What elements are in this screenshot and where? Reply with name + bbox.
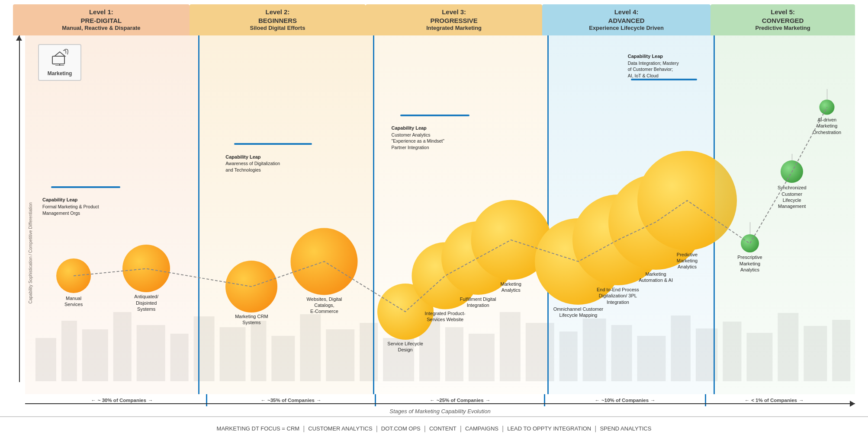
arrow-section-4: ← ~10% of Companies → bbox=[545, 394, 706, 406]
marketing-icon bbox=[50, 48, 70, 69]
level1-name: PRE-DIGITAL bbox=[17, 16, 185, 25]
arrow-row: ← ~ 30% of Companies → ← ~35% of Compani… bbox=[13, 394, 855, 406]
bubble-label-l4-4: PredictiveMarketingAnalytics bbox=[657, 252, 717, 270]
bubble-label-l5-2: SynchronizedCustomerLifecycleManagement bbox=[764, 185, 820, 209]
level4-number: Level 4: bbox=[547, 8, 706, 16]
pct-label-2: ~35% of Companies bbox=[267, 398, 315, 403]
level-header-3: Level 3: PROGRESSIVE Integrated Marketin… bbox=[366, 4, 542, 35]
bottom-item-5: LEAD TO OPPTY INTEGRATION bbox=[507, 425, 591, 432]
level2-subtitle: Siloed Digital Efforts bbox=[194, 25, 362, 32]
level5-number: Level 5: bbox=[715, 8, 851, 16]
bubble-label-l2-2: Websites, DigitalCatalogs,E-Commerce bbox=[296, 296, 352, 315]
level-headers: Level 1: PRE-DIGITAL Manual, Reactive & … bbox=[13, 4, 855, 35]
bottom-item-4: CAMPAIGNS bbox=[465, 425, 498, 432]
pct-label-3: ~25% of Companies bbox=[437, 398, 484, 403]
arrow-section-3: ← ~25% of Companies → bbox=[376, 394, 545, 406]
level3-subtitle: Integrated Marketing bbox=[370, 25, 538, 32]
bottom-item-1: CUSTOMER ANALYTICS bbox=[308, 425, 372, 432]
main-container: Level 1: PRE-DIGITAL Manual, Reactive & … bbox=[0, 0, 868, 440]
level1-subtitle: Manual, Reactive & Disparate bbox=[17, 25, 185, 32]
level5-subtitle: Predictive Marketing bbox=[715, 25, 851, 32]
level-header-1: Level 1: PRE-DIGITAL Manual, Reactive & … bbox=[13, 4, 190, 35]
svg-marker-31 bbox=[55, 52, 65, 56]
bubble-l2-1 bbox=[225, 261, 277, 312]
x-axis-arrow bbox=[850, 401, 855, 407]
svg-rect-30 bbox=[52, 56, 64, 64]
bottom-item-0: MARKETING DT FOCUS = CRM bbox=[217, 425, 300, 432]
bubble-label-l1-1: Manual Services bbox=[56, 295, 91, 308]
level5-name: CONVERGED bbox=[715, 16, 851, 25]
bubble-label-l5-1: PrescriptiveMarketingAnalytics bbox=[726, 254, 774, 273]
bottom-bar: MARKETING DT FOCUS = CRM | CUSTOMER ANAL… bbox=[0, 416, 868, 440]
bubble-l1-2 bbox=[122, 245, 170, 292]
bubble-label-l3-2: Integrated Product-Services Website bbox=[417, 310, 473, 323]
levels-container: Marketing Capability Leap Formal Marketi… bbox=[25, 35, 855, 394]
bubble-l5-2 bbox=[781, 160, 803, 183]
bubble-label-l3-3: Fulfillment DigitalIntegration bbox=[450, 296, 506, 309]
cap-leap-text-3: Capability Leap Customer Analytics"Exper… bbox=[392, 125, 530, 150]
bubble-l1-1 bbox=[56, 258, 91, 293]
level-header-4: Level 4: ADVANCED Experience Lifecycle D… bbox=[542, 4, 710, 35]
cap-leap-text-1: Capability Leap Formal Marketing & Produ… bbox=[42, 197, 181, 216]
marketing-label: Marketing bbox=[48, 70, 72, 77]
level3-name: PROGRESSIVE bbox=[370, 16, 538, 25]
level1-title: Level 1: bbox=[17, 8, 185, 16]
bubble-label-l4-3: MarketingAutomation & AI bbox=[626, 271, 686, 284]
cap-leap-bar-1 bbox=[51, 186, 120, 188]
level4-name: ADVANCED bbox=[547, 16, 706, 25]
level-section-2: Capability Leap Awareness of Digitalizat… bbox=[199, 35, 374, 394]
bubble-label-l5-3: AI-drivenMarketingOrchestration bbox=[803, 117, 851, 135]
cap-leap-bar-3 bbox=[400, 115, 469, 116]
y-axis-line bbox=[19, 35, 20, 382]
level2-name: BEGINNERS bbox=[194, 16, 362, 25]
chart-area: Level 1: PRE-DIGITAL Manual, Reactive & … bbox=[0, 0, 868, 416]
bottom-item-3: CONTENT bbox=[429, 425, 457, 432]
bubble-label-l3-1: Service LifecycleDesign bbox=[382, 341, 429, 353]
level-section-4: Capability Leap Data Integration; Master… bbox=[549, 35, 715, 394]
level4-subtitle: Experience Lifecycle Driven bbox=[547, 25, 706, 32]
x-axis-label: Stages of Marketing Capability Evolution bbox=[25, 406, 855, 416]
level3-number: Level 3: bbox=[370, 8, 538, 16]
bubble-label-l4-2: End to-End ProcessDigitalization/ 3PLInt… bbox=[585, 287, 650, 305]
bubble-label-l1-2: Antiquated/DisjointedSystems bbox=[125, 293, 168, 312]
y-axis: Capability Sophistication / Competitive … bbox=[13, 35, 25, 394]
pct-label-5: < 1% of Companies bbox=[751, 398, 797, 403]
x-axis-line bbox=[25, 403, 855, 404]
level-section-1: Marketing Capability Leap Formal Marketi… bbox=[25, 35, 199, 394]
level-section-3: Capability Leap Customer Analytics"Exper… bbox=[374, 35, 549, 394]
bubble-l5-1 bbox=[741, 234, 759, 252]
arrow-section-5: ← < 1% of Companies → bbox=[706, 394, 842, 406]
bubble-label-l4-1: Omnichannel CustomerLifecycle Mapping bbox=[543, 306, 613, 319]
level-section-5: PrescriptiveMarketingAnalytics Synchroni… bbox=[715, 35, 855, 394]
level-header-2: Level 2: BEGINNERS Siloed Digital Effort… bbox=[190, 4, 366, 35]
cap-leap-bar-2 bbox=[234, 143, 312, 145]
cap-leap-text-2: Capability Leap Awareness of Digitalizat… bbox=[225, 154, 355, 173]
cap-leap-text-4: Capability Leap Data Integration; Master… bbox=[628, 53, 710, 79]
level2-number: Level 2: bbox=[194, 8, 362, 16]
y-axis-arrow bbox=[16, 35, 22, 41]
bubble-label-l3-4: MarketingAnalytics bbox=[483, 281, 539, 293]
bottom-item-6: SPEND ANALYTICS bbox=[600, 425, 651, 432]
bubble-label-l2-1: Marketing CRMSystems bbox=[228, 313, 275, 326]
marketing-icon-box: Marketing bbox=[38, 44, 81, 81]
pct-label-4: ~10% of Companies bbox=[601, 398, 649, 403]
level-header-5: Level 5: CONVERGED Predictive Marketing bbox=[710, 4, 855, 35]
bubble-l2-2 bbox=[291, 228, 358, 295]
arrow-section-2: ← ~35% of Companies → bbox=[207, 394, 376, 406]
pct-label-1: ~ 30% of Companies bbox=[98, 398, 146, 403]
bubble-l5-3 bbox=[820, 99, 835, 115]
bottom-item-2: DOT.COM OPS bbox=[381, 425, 421, 432]
arrow-section-1: ← ~ 30% of Companies → bbox=[38, 394, 207, 406]
